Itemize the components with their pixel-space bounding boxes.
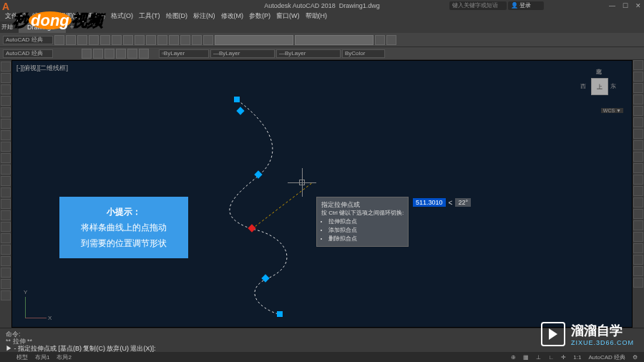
tool-icon[interactable] [1, 222, 11, 232]
tool-icon[interactable] [633, 117, 643, 127]
drawing-canvas[interactable]: [-][俯视][二维线框] 北 南 东 西 上 WCS ▼ 小提示： 将样条曲线… [11, 60, 633, 328]
compass-w[interactable]: 西 [580, 82, 586, 90]
tool-icon[interactable] [633, 60, 643, 70]
tool-icon[interactable] [1, 73, 11, 83]
tool-icon[interactable] [633, 209, 643, 219]
document-tab[interactable]: Drawing1* [19, 21, 66, 33]
layer-field[interactable] [295, 35, 374, 45]
tool-icon[interactable] [1, 96, 11, 106]
layout2-tab[interactable]: 布局2 [54, 353, 73, 361]
tool-icon[interactable] [633, 220, 643, 230]
tool-icon[interactable] [1, 268, 11, 278]
menu-param[interactable]: 参数(P) [247, 11, 273, 21]
model-tab[interactable]: 模型 [14, 353, 30, 361]
new-tab-button[interactable]: + [66, 21, 79, 33]
tool-icon[interactable] [89, 35, 99, 45]
tool-icon[interactable] [135, 35, 145, 45]
tool-icon[interactable] [157, 35, 167, 45]
tool-icon[interactable] [1, 165, 11, 175]
status-icon[interactable]: ✛ [559, 354, 568, 361]
menu-edit[interactable]: 编辑(E) [30, 11, 56, 21]
tool-icon[interactable] [54, 35, 64, 45]
tool-icon[interactable] [633, 94, 643, 104]
menu-tools[interactable]: 工具(T) [137, 11, 162, 21]
tool-icon[interactable] [1, 153, 11, 163]
layer-field[interactable] [215, 35, 293, 45]
tool-icon[interactable] [1, 84, 11, 94]
status-icon[interactable]: ⊥ [534, 354, 543, 361]
tool-icon[interactable] [203, 35, 213, 45]
tool-icon[interactable] [633, 278, 643, 288]
maximize-icon[interactable]: ☐ [623, 2, 628, 9]
menu-modify[interactable]: 修改(M) [219, 11, 246, 21]
tool-icon[interactable] [180, 35, 190, 45]
tool-icon[interactable] [386, 35, 396, 45]
menu-window[interactable]: 窗口(W) [274, 11, 302, 21]
tool-icon[interactable] [1, 142, 11, 152]
tool-icon[interactable] [633, 106, 643, 116]
menu-draw[interactable]: 绘图(D) [164, 11, 190, 21]
login-button[interactable]: 👤 登录 [508, 1, 544, 10]
tool-icon[interactable] [116, 49, 126, 59]
tool-icon[interactable] [93, 49, 103, 59]
compass-s[interactable]: 南 [596, 68, 602, 76]
tool-icon[interactable] [633, 152, 643, 162]
wcs-dropdown[interactable]: WCS ▼ [601, 108, 623, 113]
tool-icon[interactable] [1, 290, 11, 300]
tool-icon[interactable] [169, 35, 179, 45]
tool-icon[interactable] [77, 35, 87, 45]
viewport-label[interactable]: [-][俯视][二维线框] [16, 64, 68, 73]
spline-grip[interactable] [277, 311, 283, 317]
tool-icon[interactable] [633, 175, 643, 185]
status-icon[interactable]: ⊕ [509, 354, 518, 361]
color-combo[interactable]: ▫ ByLayer [159, 49, 209, 58]
compass-e[interactable]: 东 [610, 82, 616, 90]
tool-icon[interactable] [1, 176, 11, 186]
status-icon[interactable]: ▦ [521, 354, 531, 361]
tool-icon[interactable] [633, 255, 643, 265]
tool-icon[interactable] [1, 199, 11, 209]
tool-icon[interactable] [1, 279, 11, 289]
spline-grip[interactable] [234, 97, 240, 102]
lineweight-combo[interactable]: — ByLayer [276, 49, 341, 58]
tool-icon[interactable] [1, 119, 11, 129]
tool-icon[interactable] [123, 35, 133, 45]
workspace-combo2[interactable]: AutoCAD 经典 [3, 49, 53, 58]
tool-icon[interactable] [633, 83, 643, 93]
tool-icon[interactable] [633, 243, 643, 253]
tool-icon[interactable] [146, 35, 156, 45]
tool-icon[interactable] [66, 35, 76, 45]
tool-icon[interactable] [1, 107, 11, 117]
tool-icon[interactable] [100, 35, 110, 45]
tool-icon[interactable] [633, 186, 643, 196]
help-search[interactable]: 键入关键字或短语 [449, 1, 507, 10]
tool-icon[interactable] [139, 49, 149, 59]
dynamic-input[interactable]: 511.3010 < 22° [413, 198, 471, 207]
tool-icon[interactable] [1, 233, 11, 243]
tool-icon[interactable] [1, 210, 11, 220]
tool-icon[interactable] [633, 140, 643, 150]
menu-format[interactable]: 格式(O) [109, 11, 135, 21]
menu-file[interactable]: 文件(F) [3, 11, 29, 21]
tool-icon[interactable] [1, 130, 11, 140]
start-tab[interactable]: 开始 [0, 21, 19, 33]
tool-icon[interactable] [1, 256, 11, 266]
tool-icon[interactable] [1, 245, 11, 255]
tool-icon[interactable] [633, 232, 643, 242]
plotstyle-combo[interactable]: ByColor [342, 49, 385, 58]
close-icon[interactable]: ✕ [635, 2, 641, 9]
tool-icon[interactable] [633, 129, 643, 139]
tool-icon[interactable] [192, 35, 202, 45]
tool-icon[interactable] [1, 187, 11, 197]
tool-icon[interactable] [633, 163, 643, 173]
menu-help[interactable]: 帮助(H) [303, 11, 330, 21]
tool-icon[interactable] [633, 266, 643, 276]
linetype-combo[interactable]: — ByLayer [210, 49, 275, 58]
status-icon[interactable]: ⚙ [630, 354, 640, 361]
tool-icon[interactable] [633, 197, 643, 207]
menu-dim[interactable]: 标注(N) [191, 11, 218, 21]
workspace-switch[interactable]: AutoCAD 经典 [586, 353, 628, 361]
view-cube[interactable]: 北 南 东 西 上 WCS ▼ [582, 68, 618, 111]
tool-icon[interactable] [112, 35, 122, 45]
tool-icon[interactable] [104, 49, 114, 59]
